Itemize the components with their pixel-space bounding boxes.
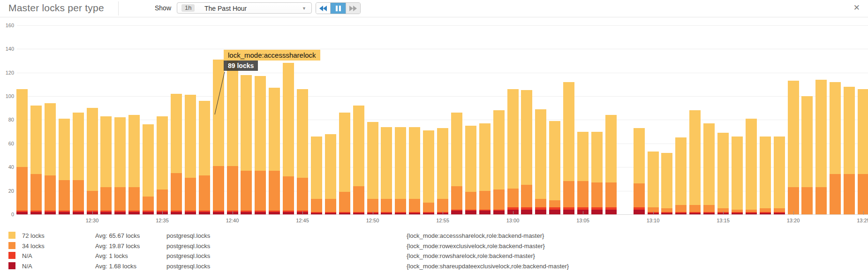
bar-segment-13:00[interactable]: [507, 89, 519, 189]
bar-segment-12:31[interactable]: [100, 211, 112, 212]
bar-segment-12:38[interactable]: [199, 175, 210, 211]
bar-segment-12:36[interactable]: [171, 173, 182, 211]
legend-row[interactable]: N/AAvg: 1 lockspostgresql.locks{lock_mod…: [0, 252, 868, 261]
bar-segment-12:49[interactable]: [353, 213, 364, 214]
bar-segment-12:37[interactable]: [185, 95, 196, 177]
bar-segment-13:12[interactable]: [675, 212, 687, 213]
bar-segment-13:18[interactable]: [760, 213, 771, 214]
bar-segment-12:47[interactable]: [325, 212, 336, 213]
bar-segment-12:31[interactable]: [100, 116, 112, 187]
bar-segment-12:52[interactable]: [395, 212, 406, 213]
bar-segment-12:42[interactable]: [255, 212, 266, 214]
bar-segment-12:37[interactable]: [185, 211, 196, 212]
bar-segment-12:55[interactable]: [437, 199, 448, 212]
bar-segment-12:46[interactable]: [311, 213, 322, 214]
bar-segment-13:19[interactable]: [774, 208, 785, 212]
bar-segment-12:38[interactable]: [199, 211, 210, 212]
bar-segment-12:47[interactable]: [325, 199, 336, 212]
bar-segment-12:59[interactable]: [493, 211, 505, 214]
bar-segment-13:17[interactable]: [746, 210, 757, 212]
bar-segment-13:17[interactable]: [746, 119, 757, 210]
bar-segment-12:35[interactable]: [157, 190, 168, 211]
bar-segment-12:51[interactable]: [381, 199, 392, 212]
bar-segment-12:57[interactable]: [465, 210, 476, 211]
bar-segment-12:31[interactable]: [100, 187, 112, 211]
bar-segment-12:44[interactable]: [283, 212, 294, 214]
bar-segment-12:28[interactable]: [59, 180, 70, 211]
bar-segment-12:32[interactable]: [114, 211, 126, 212]
bar-segment-13:19[interactable]: [774, 212, 785, 213]
bar-segment-13:02[interactable]: [535, 199, 546, 207]
bar-segment-13:20[interactable]: [788, 81, 799, 187]
legend-row[interactable]: 72 locksAvg: 65.67 lockspostgresql.locks…: [0, 232, 868, 241]
bar-segment-13:03[interactable]: [549, 207, 560, 210]
bar-segment-13:25[interactable]: [858, 174, 868, 214]
bar-segment-12:58[interactable]: [479, 211, 491, 214]
bar-segment-12:40[interactable]: [227, 166, 238, 211]
bar-segment-12:33[interactable]: [128, 187, 140, 211]
bar-segment-13:03[interactable]: [549, 121, 560, 200]
bar-segment-12:25[interactable]: [16, 89, 28, 167]
bar-segment-12:38[interactable]: [199, 212, 210, 214]
bar-segment-12:48[interactable]: [339, 212, 350, 213]
bar-segment-12:44[interactable]: [283, 211, 294, 212]
bar-segment-13:03[interactable]: [549, 210, 560, 214]
bar-segment-12:56[interactable]: [451, 210, 462, 211]
bar-segment-12:30[interactable]: [87, 108, 98, 190]
legend-row[interactable]: N/AAvg: 1.68 lockspostgresql.locks{lock_…: [0, 262, 868, 272]
bar-segment-13:09[interactable]: [634, 210, 645, 214]
bar-segment-13:01[interactable]: [521, 90, 532, 185]
bar-segment-12:36[interactable]: [171, 212, 182, 214]
bar-segment-12:42[interactable]: [255, 211, 266, 212]
bar-segment-12:46[interactable]: [311, 136, 322, 199]
bar-segment-13:06[interactable]: [591, 210, 603, 214]
bar-segment-13:10[interactable]: [648, 152, 659, 207]
bar-segment-13:21[interactable]: [801, 187, 813, 214]
bar-segment-13:05[interactable]: [577, 207, 589, 210]
bar-segment-13:11[interactable]: [661, 213, 672, 214]
bar-segment-12:33[interactable]: [128, 211, 140, 212]
bar-segment-12:39[interactable]: [213, 166, 224, 211]
bar-segment-12:47[interactable]: [325, 134, 336, 199]
bar-segment-13:12[interactable]: [675, 137, 687, 205]
bar-segment-12:52[interactable]: [395, 127, 406, 199]
bar-segment-13:22[interactable]: [815, 80, 827, 187]
bar-segment-12:54[interactable]: [423, 212, 434, 213]
bar-segment-12:25[interactable]: [16, 211, 28, 212]
bar-segment-12:56[interactable]: [451, 186, 462, 210]
bar-segment-12:29[interactable]: [73, 211, 84, 212]
bar-segment-12:43[interactable]: [269, 212, 280, 214]
bar-segment-13:06[interactable]: [591, 182, 603, 207]
bar-segment-12:57[interactable]: [465, 211, 476, 214]
bar-segment-12:39[interactable]: [213, 211, 224, 212]
bar-segment-13:13[interactable]: [689, 205, 701, 212]
bar-segment-12:28[interactable]: [59, 211, 70, 212]
bar-segment-12:52[interactable]: [395, 213, 406, 214]
bar-segment-12:36[interactable]: [171, 94, 182, 173]
bar-segment-12:27[interactable]: [45, 175, 56, 211]
bar-segment-13:16[interactable]: [732, 210, 743, 212]
bar-segment-12:29[interactable]: [73, 113, 84, 180]
bar-segment-12:59[interactable]: [493, 110, 505, 190]
bar-segment-12:45[interactable]: [297, 178, 308, 211]
bar-segment-12:46[interactable]: [311, 212, 322, 213]
bar-segment-12:50[interactable]: [367, 122, 378, 199]
bar-segment-12:54[interactable]: [423, 213, 434, 214]
bar-segment-12:41[interactable]: [241, 171, 252, 211]
bar-segment-13:05[interactable]: [577, 181, 589, 207]
bar-segment-13:07[interactable]: [605, 207, 617, 210]
bar-segment-12:51[interactable]: [381, 127, 392, 199]
bar-segment-12:44[interactable]: [283, 176, 294, 211]
bar-segment-12:28[interactable]: [59, 119, 70, 180]
bar-segment-13:03[interactable]: [549, 200, 560, 207]
bar-segment-13:16[interactable]: [732, 212, 743, 213]
bar-segment-13:11[interactable]: [661, 153, 672, 208]
bar-segment-12:56[interactable]: [451, 211, 462, 214]
bar-segment-13:16[interactable]: [732, 136, 743, 210]
bar-segment-12:48[interactable]: [339, 192, 350, 212]
bar-segment-13:14[interactable]: [703, 213, 715, 214]
bar-segment-13:02[interactable]: [535, 210, 546, 214]
bar-segment-13:05[interactable]: [577, 132, 589, 182]
bar-segment-13:12[interactable]: [675, 205, 687, 212]
bar-segment-12:57[interactable]: [465, 126, 476, 192]
